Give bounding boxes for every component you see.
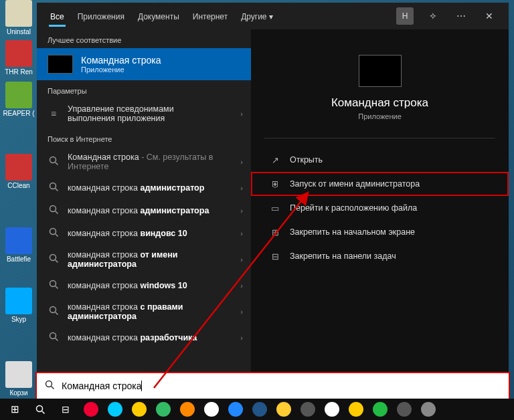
taskbar-app[interactable]: [320, 399, 344, 420]
settings-item-alias[interactable]: ≡ Управление псевдонимами выполнения при…: [37, 99, 251, 128]
taskbar-app[interactable]: [224, 399, 248, 420]
taskbar-app[interactable]: [151, 399, 175, 420]
svg-point-6: [50, 229, 56, 235]
desktop-shortcut[interactable]: REAPER (: [1, 82, 36, 117]
chevron-right-icon: ›: [240, 184, 243, 192]
taskbar-app[interactable]: [248, 399, 272, 420]
search-icon: [45, 380, 55, 392]
taskbar-app[interactable]: [199, 399, 224, 420]
chevron-right-icon: ›: [240, 282, 243, 290]
search-tab[interactable]: Документы: [131, 5, 186, 27]
taskbar-app[interactable]: [368, 399, 392, 420]
best-match-header: Лучшее соответствие: [37, 29, 251, 48]
web-result-item[interactable]: командная строка разработчика›: [37, 326, 251, 349]
desktop-shortcut[interactable]: Корзи: [1, 361, 36, 397]
chevron-right-icon: ›: [240, 207, 243, 215]
more-icon[interactable]: ⋯: [452, 7, 470, 25]
settings-list-icon: ≡: [48, 108, 60, 119]
task-view-icon[interactable]: ⊟: [54, 399, 78, 420]
user-avatar[interactable]: Н: [396, 7, 414, 25]
svg-point-4: [50, 206, 56, 212]
taskbar-app[interactable]: [103, 399, 127, 420]
web-result-item[interactable]: командная строка администратор›: [37, 177, 251, 199]
action-label: Открыть: [290, 155, 323, 165]
svg-point-8: [50, 255, 56, 261]
websearch-header: Поиск в Интернете: [37, 128, 251, 147]
search-tabs: ВсеПриложенияДокументыИнтернетДругие ▾ Н…: [37, 3, 509, 29]
chevron-right-icon: ›: [240, 308, 243, 316]
close-icon[interactable]: ✕: [481, 7, 498, 25]
cmd-thumbnail-icon: [48, 55, 73, 74]
search-icon: [48, 227, 60, 239]
search-tab[interactable]: Другие ▾: [234, 5, 280, 27]
desktop-shortcut[interactable]: Battlefie: [1, 227, 36, 263]
svg-line-7: [55, 234, 58, 237]
svg-line-19: [41, 411, 44, 413]
desktop-shortcut[interactable]: CClean: [1, 154, 36, 189]
search-tab[interactable]: Интернет: [186, 5, 234, 27]
best-match-item[interactable]: Командная строка Приложение: [37, 48, 251, 80]
start-search-panel: ВсеПриложенияДокументыИнтернетДругие ▾ Н…: [37, 3, 509, 397]
taskbar-app[interactable]: [416, 399, 440, 420]
taskbar-search-icon[interactable]: [28, 399, 52, 420]
taskbar-app[interactable]: [344, 399, 368, 420]
svg-line-1: [55, 163, 58, 165]
preview-title: Командная строка: [251, 96, 509, 110]
desktop-shortcut[interactable]: Skyp: [1, 288, 36, 323]
svg-point-0: [50, 157, 56, 163]
web-results-list: Командная строка - См. результаты в Инте…: [37, 147, 251, 397]
svg-line-15: [55, 338, 58, 341]
preview-action[interactable]: ⛨Запуск от имени администратора: [251, 172, 509, 196]
taskbar-app[interactable]: [296, 399, 320, 420]
search-icon: [48, 306, 60, 318]
web-result-item[interactable]: командная строка windows 10›: [37, 274, 251, 297]
svg-point-14: [50, 333, 56, 339]
taskbar-app[interactable]: [272, 399, 296, 420]
preview-action[interactable]: ↗Открыть: [251, 148, 509, 172]
action-icon: ↗: [270, 154, 280, 165]
preview-pane: Командная строка Приложение ↗Открыть⛨Зап…: [251, 29, 509, 397]
divider: [264, 138, 495, 138]
start-button[interactable]: ⊞: [3, 399, 27, 420]
web-result-item[interactable]: командная строка с правами администратор…: [37, 297, 251, 326]
svg-point-10: [50, 281, 56, 287]
search-bar[interactable]: Командная строка: [37, 373, 509, 399]
feedback-icon[interactable]: ✧: [424, 7, 442, 25]
search-icon: [48, 280, 60, 292]
search-icon: [48, 332, 60, 344]
chevron-right-icon: ›: [240, 229, 243, 237]
search-tab[interactable]: Все: [44, 5, 71, 27]
action-icon: ⊟: [270, 251, 280, 261]
chevron-right-icon: ›: [240, 334, 243, 342]
action-icon: ▭: [270, 203, 280, 213]
settings-item-label: Управление псевдонимами выполнения прило…: [68, 104, 222, 123]
action-label: Перейти к расположению файла: [290, 203, 417, 213]
chevron-right-icon: ›: [240, 255, 243, 264]
web-result-item[interactable]: командная строка виндовс 10›: [37, 222, 251, 245]
settings-header: Параметры: [37, 80, 251, 99]
web-result-item[interactable]: командная строка от имени администратора…: [37, 245, 251, 274]
taskbar-app[interactable]: [79, 399, 103, 420]
taskbar-app[interactable]: [392, 399, 416, 420]
web-result-item[interactable]: командная строка администратора›: [37, 199, 251, 222]
action-icon: ⛨: [270, 179, 280, 189]
taskbar-app[interactable]: [127, 399, 151, 420]
preview-action[interactable]: ⊟Закрепить на панели задач: [251, 244, 509, 268]
preview-action[interactable]: ▭Перейти к расположению файла: [251, 196, 509, 220]
desktop-shortcut[interactable]: Uninstal: [1, 0, 36, 35]
taskbar: ⊞ ⊟: [0, 399, 514, 420]
svg-line-13: [55, 312, 58, 315]
action-icon: ⊞: [270, 227, 280, 237]
search-tab[interactable]: Приложения: [71, 5, 131, 27]
desktop-shortcut[interactable]: THR Ren: [1, 40, 36, 76]
taskbar-app[interactable]: [175, 399, 199, 420]
search-icon: [48, 156, 60, 168]
results-column: Лучшее соответствие Командная строка При…: [37, 29, 251, 397]
action-label: Закрепить на панели задач: [290, 251, 396, 261]
svg-point-12: [50, 307, 56, 313]
preview-action[interactable]: ⊞Закрепить на начальном экране: [251, 220, 509, 244]
web-result-item[interactable]: Командная строка - См. результаты в Инте…: [37, 147, 251, 177]
search-icon: [48, 182, 60, 194]
svg-point-2: [50, 183, 56, 189]
svg-line-5: [55, 211, 58, 214]
